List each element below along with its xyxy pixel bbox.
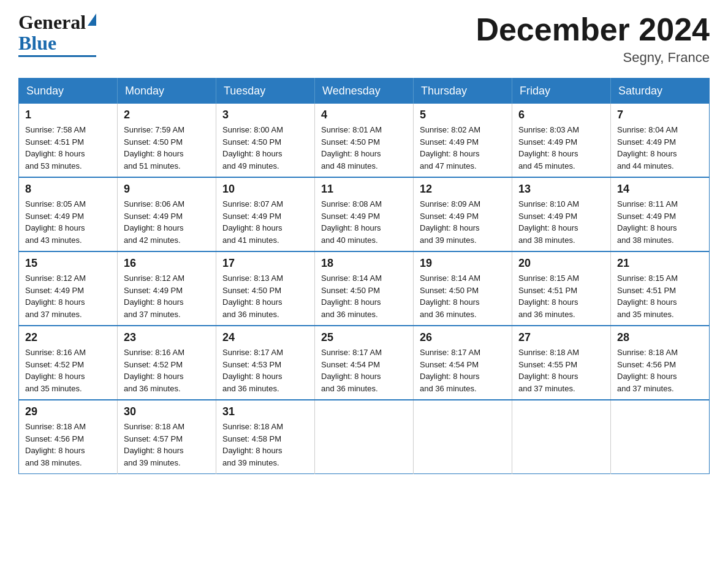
table-row: 20 Sunrise: 8:15 AM Sunset: 4:51 PM Dayl… xyxy=(512,251,611,326)
day-number: 2 xyxy=(124,109,210,121)
page-subtitle: Segny, France xyxy=(476,50,710,66)
day-number: 21 xyxy=(617,257,703,270)
table-row: 17 Sunrise: 8:13 AM Sunset: 4:50 PM Dayl… xyxy=(216,251,315,326)
table-row: 14 Sunrise: 8:11 AM Sunset: 4:49 PM Dayl… xyxy=(611,177,710,251)
title-block: December 2024 Segny, France xyxy=(476,12,710,66)
day-info: Sunrise: 8:18 AM Sunset: 4:55 PM Dayligh… xyxy=(518,347,604,394)
day-info: Sunrise: 8:16 AM Sunset: 4:52 PM Dayligh… xyxy=(25,347,111,394)
table-row: 5 Sunrise: 8:02 AM Sunset: 4:49 PM Dayli… xyxy=(414,104,512,177)
day-info: Sunrise: 8:02 AM Sunset: 4:49 PM Dayligh… xyxy=(420,124,506,172)
day-info: Sunrise: 7:58 AM Sunset: 4:51 PM Dayligh… xyxy=(25,124,111,172)
table-row: 22 Sunrise: 8:16 AM Sunset: 4:52 PM Dayl… xyxy=(19,326,118,400)
day-number: 26 xyxy=(420,331,506,344)
logo: General Blue xyxy=(18,12,96,57)
day-number: 19 xyxy=(420,257,506,270)
calendar-week-row: 29 Sunrise: 8:18 AM Sunset: 4:56 PM Dayl… xyxy=(19,400,710,474)
header-sunday: Sunday xyxy=(19,79,118,104)
day-number: 13 xyxy=(518,183,604,196)
day-info: Sunrise: 8:08 AM Sunset: 4:49 PM Dayligh… xyxy=(321,198,407,246)
day-info: Sunrise: 8:05 AM Sunset: 4:49 PM Dayligh… xyxy=(25,198,111,246)
day-number: 8 xyxy=(25,183,111,196)
calendar-week-row: 15 Sunrise: 8:12 AM Sunset: 4:49 PM Dayl… xyxy=(19,251,710,326)
header-saturday: Saturday xyxy=(611,79,710,104)
table-row: 26 Sunrise: 8:17 AM Sunset: 4:54 PM Dayl… xyxy=(414,326,512,400)
table-row: 4 Sunrise: 8:01 AM Sunset: 4:50 PM Dayli… xyxy=(315,104,414,177)
calendar-week-row: 8 Sunrise: 8:05 AM Sunset: 4:49 PM Dayli… xyxy=(19,177,710,251)
day-info: Sunrise: 8:12 AM Sunset: 4:49 PM Dayligh… xyxy=(124,272,210,320)
day-info: Sunrise: 8:18 AM Sunset: 4:56 PM Dayligh… xyxy=(25,421,111,469)
logo-underline xyxy=(18,55,96,57)
day-info: Sunrise: 8:04 AM Sunset: 4:49 PM Dayligh… xyxy=(617,124,703,172)
table-row xyxy=(414,400,512,474)
table-row: 21 Sunrise: 8:15 AM Sunset: 4:51 PM Dayl… xyxy=(611,251,710,326)
page-header: General Blue December 2024 Segny, France xyxy=(18,12,710,66)
day-number: 18 xyxy=(321,257,407,270)
table-row xyxy=(611,400,710,474)
day-info: Sunrise: 8:17 AM Sunset: 4:54 PM Dayligh… xyxy=(321,347,407,394)
table-row: 30 Sunrise: 8:18 AM Sunset: 4:57 PM Dayl… xyxy=(118,400,216,474)
day-info: Sunrise: 8:10 AM Sunset: 4:49 PM Dayligh… xyxy=(518,198,604,246)
table-row xyxy=(315,400,414,474)
day-number: 12 xyxy=(420,183,506,196)
calendar-week-row: 22 Sunrise: 8:16 AM Sunset: 4:52 PM Dayl… xyxy=(19,326,710,400)
day-number: 9 xyxy=(124,183,210,196)
day-number: 25 xyxy=(321,331,407,344)
header-wednesday: Wednesday xyxy=(315,79,414,104)
table-row: 23 Sunrise: 8:16 AM Sunset: 4:52 PM Dayl… xyxy=(118,326,216,400)
calendar-week-row: 1 Sunrise: 7:58 AM Sunset: 4:51 PM Dayli… xyxy=(19,104,710,177)
day-number: 3 xyxy=(222,109,308,121)
page-title: December 2024 xyxy=(476,12,710,47)
table-row: 27 Sunrise: 8:18 AM Sunset: 4:55 PM Dayl… xyxy=(512,326,611,400)
table-row: 24 Sunrise: 8:17 AM Sunset: 4:53 PM Dayl… xyxy=(216,326,315,400)
day-info: Sunrise: 8:09 AM Sunset: 4:49 PM Dayligh… xyxy=(420,198,506,246)
table-row: 7 Sunrise: 8:04 AM Sunset: 4:49 PM Dayli… xyxy=(611,104,710,177)
table-row: 28 Sunrise: 8:18 AM Sunset: 4:56 PM Dayl… xyxy=(611,326,710,400)
day-number: 29 xyxy=(25,405,111,418)
table-row: 15 Sunrise: 8:12 AM Sunset: 4:49 PM Dayl… xyxy=(19,251,118,326)
day-info: Sunrise: 8:07 AM Sunset: 4:49 PM Dayligh… xyxy=(222,198,308,246)
day-info: Sunrise: 7:59 AM Sunset: 4:50 PM Dayligh… xyxy=(124,124,210,172)
table-row: 18 Sunrise: 8:14 AM Sunset: 4:50 PM Dayl… xyxy=(315,251,414,326)
table-row: 16 Sunrise: 8:12 AM Sunset: 4:49 PM Dayl… xyxy=(118,251,216,326)
table-row: 25 Sunrise: 8:17 AM Sunset: 4:54 PM Dayl… xyxy=(315,326,414,400)
table-row: 3 Sunrise: 8:00 AM Sunset: 4:50 PM Dayli… xyxy=(216,104,315,177)
day-info: Sunrise: 8:11 AM Sunset: 4:49 PM Dayligh… xyxy=(617,198,703,246)
table-row: 31 Sunrise: 8:18 AM Sunset: 4:58 PM Dayl… xyxy=(216,400,315,474)
day-info: Sunrise: 8:13 AM Sunset: 4:50 PM Dayligh… xyxy=(222,272,308,320)
logo-triangle-icon xyxy=(88,13,96,26)
day-number: 20 xyxy=(518,257,604,270)
day-info: Sunrise: 8:00 AM Sunset: 4:50 PM Dayligh… xyxy=(222,124,308,172)
day-info: Sunrise: 8:18 AM Sunset: 4:58 PM Dayligh… xyxy=(222,421,308,469)
header-tuesday: Tuesday xyxy=(216,79,315,104)
table-row: 1 Sunrise: 7:58 AM Sunset: 4:51 PM Dayli… xyxy=(19,104,118,177)
table-row: 29 Sunrise: 8:18 AM Sunset: 4:56 PM Dayl… xyxy=(19,400,118,474)
day-number: 1 xyxy=(25,109,111,121)
table-row: 19 Sunrise: 8:14 AM Sunset: 4:50 PM Dayl… xyxy=(414,251,512,326)
table-row: 6 Sunrise: 8:03 AM Sunset: 4:49 PM Dayli… xyxy=(512,104,611,177)
day-number: 14 xyxy=(617,183,703,196)
day-info: Sunrise: 8:18 AM Sunset: 4:57 PM Dayligh… xyxy=(124,421,210,469)
calendar-table: Sunday Monday Tuesday Wednesday Thursday… xyxy=(18,78,710,474)
day-number: 27 xyxy=(518,331,604,344)
day-info: Sunrise: 8:12 AM Sunset: 4:49 PM Dayligh… xyxy=(25,272,111,320)
table-row: 12 Sunrise: 8:09 AM Sunset: 4:49 PM Dayl… xyxy=(414,177,512,251)
logo-blue-text: Blue xyxy=(18,32,56,55)
table-row: 10 Sunrise: 8:07 AM Sunset: 4:49 PM Dayl… xyxy=(216,177,315,251)
day-number: 23 xyxy=(124,331,210,344)
day-info: Sunrise: 8:03 AM Sunset: 4:49 PM Dayligh… xyxy=(518,124,604,172)
table-row: 11 Sunrise: 8:08 AM Sunset: 4:49 PM Dayl… xyxy=(315,177,414,251)
day-number: 30 xyxy=(124,405,210,418)
day-number: 17 xyxy=(222,257,308,270)
day-info: Sunrise: 8:15 AM Sunset: 4:51 PM Dayligh… xyxy=(518,272,604,320)
day-number: 5 xyxy=(420,109,506,121)
day-number: 4 xyxy=(321,109,407,121)
header-thursday: Thursday xyxy=(414,79,512,104)
day-info: Sunrise: 8:01 AM Sunset: 4:50 PM Dayligh… xyxy=(321,124,407,172)
day-number: 6 xyxy=(518,109,604,121)
calendar-header-row: Sunday Monday Tuesday Wednesday Thursday… xyxy=(19,79,710,104)
day-number: 7 xyxy=(617,109,703,121)
day-number: 11 xyxy=(321,183,407,196)
table-row xyxy=(512,400,611,474)
logo-general-text: General xyxy=(18,12,86,32)
day-number: 24 xyxy=(222,331,308,344)
